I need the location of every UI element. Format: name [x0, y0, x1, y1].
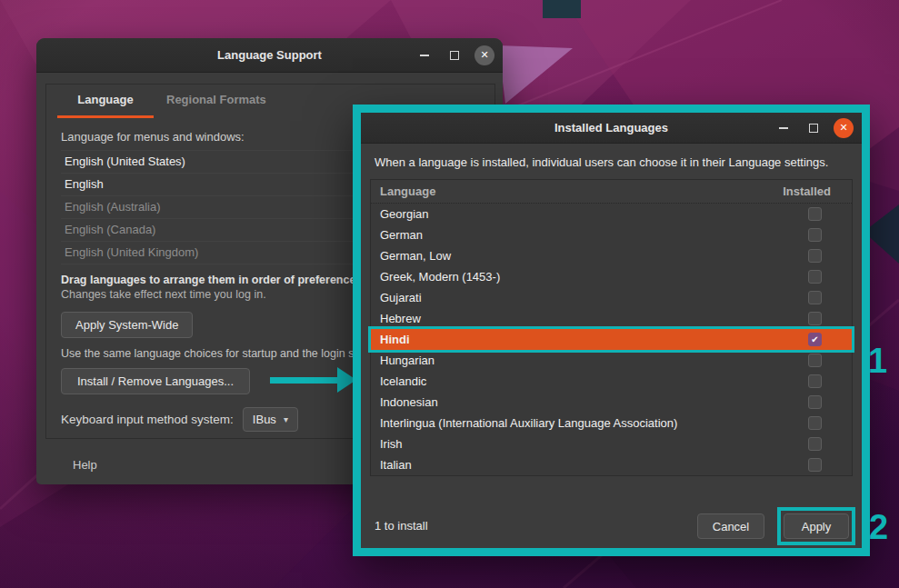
apply-button[interactable]: Apply [784, 513, 849, 539]
language-name: German [371, 228, 423, 242]
language-name: Icelandic [371, 374, 426, 388]
installed-language-row[interactable]: Italian [371, 454, 852, 475]
unchecked-checkbox[interactable] [808, 395, 822, 409]
window-title: Language Support [217, 48, 322, 62]
dialog-description: When a language is installed, individual… [361, 144, 856, 172]
unchecked-checkbox[interactable] [808, 354, 822, 367]
language-name: Gujarati [371, 291, 422, 304]
language-name: German, Low [371, 249, 451, 263]
installed-languages-dialog: Installed Languages ✕ When a language is… [361, 113, 862, 548]
installed-language-row[interactable]: German, Low [371, 245, 852, 266]
unchecked-checkbox[interactable] [808, 249, 822, 263]
keyboard-method-dropdown[interactable]: IBus ▾ [243, 407, 298, 432]
dialog-footer: 1 to install Cancel Apply [361, 507, 862, 548]
language-name: Hungarian [371, 354, 435, 367]
close-icon[interactable]: ✕ [474, 45, 494, 65]
language-name: Hindi [371, 333, 410, 346]
minimize-icon[interactable] [774, 118, 794, 138]
window-controls: ✕ [415, 38, 494, 72]
language-column-header[interactable]: Language [371, 184, 435, 198]
install-status-text: 1 to install [375, 519, 428, 533]
installed-language-row[interactable]: Hindi✔ [371, 329, 852, 350]
arrow-shaft [270, 377, 339, 384]
table-header: Language Installed [371, 180, 852, 204]
installed-language-row[interactable]: Icelandic [371, 371, 852, 392]
installed-language-row[interactable]: Georgian [371, 204, 852, 224]
language-name: Hebrew [371, 312, 421, 325]
installed-language-row[interactable]: Irish [371, 434, 852, 454]
installed-language-row[interactable]: Greek, Modern (1453-) [371, 266, 852, 287]
checked-checkbox[interactable]: ✔ [808, 333, 822, 346]
installed-language-row[interactable]: Hebrew [371, 308, 852, 329]
annotation-step-1: 1 [868, 344, 887, 378]
help-button[interactable]: Help [73, 458, 97, 472]
language-support-titlebar[interactable]: Language Support ✕ [36, 38, 503, 73]
chevron-down-icon: ▾ [284, 414, 288, 424]
maximize-icon[interactable] [804, 118, 824, 138]
installed-language-row[interactable]: Hungarian [371, 350, 852, 371]
language-name: Indonesian [371, 395, 438, 409]
unchecked-checkbox[interactable] [808, 228, 822, 242]
keyboard-method-label: Keyboard input method system: [61, 413, 234, 426]
minimize-icon[interactable] [415, 45, 435, 65]
unchecked-checkbox[interactable] [808, 270, 822, 284]
installed-languages-titlebar[interactable]: Installed Languages ✕ [361, 113, 862, 144]
installed-languages-table: Language Installed GeorgianGermanGerman,… [370, 179, 853, 476]
installed-language-row[interactable]: Interlingua (International Auxiliary Lan… [371, 413, 852, 434]
keyboard-method-value: IBus [253, 413, 276, 426]
close-icon[interactable]: ✕ [834, 118, 854, 138]
annotation-apply-outline: Apply [777, 507, 855, 545]
unchecked-checkbox[interactable] [808, 312, 822, 325]
install-remove-languages-button[interactable]: Install / Remove Languages... [61, 368, 250, 394]
apply-system-wide-button[interactable]: Apply System-Wide [61, 312, 193, 338]
annotation-step-2: 2 [869, 510, 888, 544]
installed-language-row[interactable]: Indonesian [371, 392, 852, 413]
unchecked-checkbox[interactable] [808, 207, 822, 221]
maximize-icon[interactable] [445, 45, 464, 65]
installed-language-row[interactable]: German [371, 224, 852, 245]
installed-languages-table-body: GeorgianGermanGerman, LowGreek, Modern (… [371, 204, 852, 475]
language-name: Irish [371, 437, 403, 451]
unchecked-checkbox[interactable] [808, 416, 822, 430]
dialog-title: Installed Languages [554, 121, 668, 135]
language-name: Georgian [371, 207, 428, 221]
installed-language-row[interactable]: Gujarati [371, 287, 852, 308]
annotation-arrow [270, 366, 357, 394]
unchecked-checkbox[interactable] [808, 458, 822, 472]
dialog-window-controls: ✕ [774, 113, 854, 143]
unchecked-checkbox[interactable] [808, 291, 822, 304]
unchecked-checkbox[interactable] [808, 437, 822, 451]
installed-column-header[interactable]: Installed [783, 184, 852, 198]
language-name: Italian [371, 458, 412, 472]
language-name: Interlingua (International Auxiliary Lan… [371, 416, 677, 430]
tab-language[interactable]: Language [57, 85, 154, 118]
tab-regional-formats[interactable]: Regional Formats [154, 85, 279, 118]
unchecked-checkbox[interactable] [808, 374, 822, 388]
cancel-button[interactable]: Cancel [697, 513, 764, 539]
annotation-dialog-outline: Installed Languages ✕ When a language is… [353, 105, 870, 556]
language-name: Greek, Modern (1453-) [371, 270, 500, 284]
